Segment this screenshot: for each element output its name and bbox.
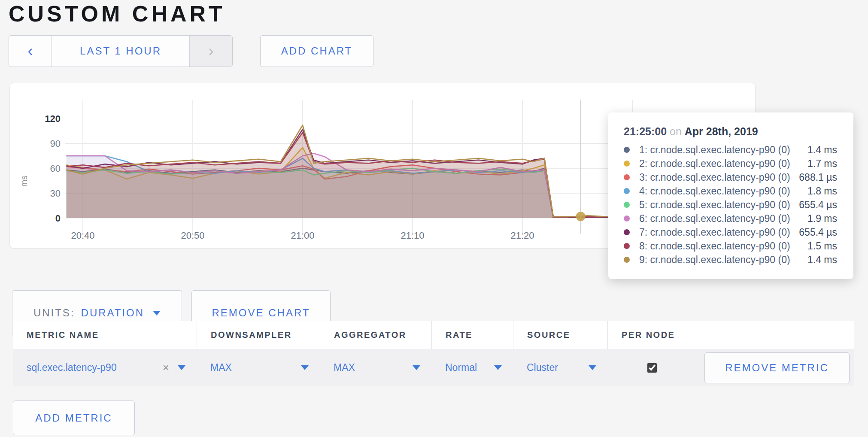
y-tick-label: 90 (50, 138, 61, 149)
chevron-down-icon (153, 311, 161, 316)
tooltip-connector: on (670, 125, 685, 137)
metric-name-controls: × (163, 361, 185, 374)
page-title: CUSTOM CHART (9, 1, 225, 27)
col-header-downsampler: DOWNSAMPLER (197, 321, 320, 349)
clear-metric-icon[interactable]: × (163, 361, 169, 374)
x-tick-label: 20:40 (71, 230, 94, 241)
tooltip-series-row: 2: cr.node.sql.exec.latency-p90 (0)1.7 m… (624, 157, 837, 170)
y-tick-label: 0 (55, 213, 61, 224)
series-color-dot (624, 174, 630, 180)
aggregator-select[interactable]: MAX (320, 362, 431, 373)
series-label: 8: cr.node.sql.exec.latency-p90 (0) (639, 240, 807, 252)
tooltip-title: 21:25:00 on Apr 28th, 2019 (624, 125, 837, 138)
col-header-rate: RATE (431, 321, 513, 349)
aggregator-value: MAX (334, 362, 355, 373)
per-node-checkbox[interactable] (647, 363, 657, 373)
hover-point (576, 212, 586, 221)
tooltip-series-row: 6: cr.node.sql.exec.latency-p90 (0)1.9 m… (624, 212, 837, 225)
series-value: 1.8 ms (807, 185, 837, 197)
metric-table-row: sql.exec.latency-p90 × MAX MAX Normal Cl… (13, 349, 854, 386)
metric-name-dropdown[interactable]: sql.exec.latency-p90 (27, 362, 163, 373)
x-tick-label: 21:10 (401, 230, 424, 241)
col-header-aggregator: AGGREGATOR (320, 321, 431, 349)
chevron-down-icon (494, 365, 502, 370)
series-area-9 (67, 125, 665, 218)
series-color-dot (624, 215, 630, 222)
tooltip-series-row: 7: cr.node.sql.exec.latency-p90 (0)655.4… (624, 225, 837, 239)
time-window-current-button[interactable]: LAST 1 HOUR (52, 36, 189, 67)
series-value: 1.9 ms (807, 213, 837, 225)
series-label: 1: cr.node.sql.exec.latency-p90 (0) (639, 144, 807, 156)
chevron-down-icon[interactable] (178, 365, 185, 370)
series-color-dot (624, 188, 630, 194)
series-value: 688.1 µs (799, 172, 837, 183)
remove-metric-button[interactable]: REMOVE METRIC (704, 352, 850, 383)
series-label: 2: cr.node.sql.exec.latency-p90 (0) (639, 158, 807, 170)
tooltip-series-row: 9: cr.node.sql.exec.latency-p90 (0)1.4 m… (624, 253, 837, 267)
series-value: 1.7 ms (807, 158, 837, 170)
series-value: 1.5 ms (807, 240, 837, 252)
series-value: 1.4 ms (807, 144, 837, 156)
add-chart-button[interactable]: ADD CHART (260, 35, 373, 67)
tooltip-series-row: 8: cr.node.sql.exec.latency-p90 (0)1.5 m… (624, 239, 837, 253)
series-value: 655.4 µs (799, 227, 837, 238)
col-header-per-node: PER NODE (607, 321, 697, 349)
custom-chart-page: CUSTOM CHART ‹ LAST 1 HOUR › ADD CHART 0… (0, 0, 868, 437)
metrics-table-header: METRIC NAME DOWNSAMPLER AGGREGATOR RATE … (13, 321, 854, 349)
chevron-down-icon (413, 365, 420, 370)
col-header-source: SOURCE (513, 321, 607, 349)
chart-hover-tooltip: 21:25:00 on Apr 28th, 2019 1: cr.node.sq… (608, 112, 853, 279)
rate-value: Normal (445, 362, 477, 373)
col-header-metric-name: METRIC NAME (13, 321, 197, 349)
metric-name-cell: sql.exec.latency-p90 × (13, 361, 197, 374)
x-tick-label: 21:00 (291, 230, 314, 241)
time-window-prev-button[interactable]: ‹ (9, 36, 52, 67)
tooltip-time: 21:25:00 (624, 125, 667, 137)
time-window-selector: ‹ LAST 1 HOUR › (9, 35, 233, 67)
tooltip-series-list: 1: cr.node.sql.exec.latency-p90 (0)1.4 m… (624, 143, 837, 267)
units-label: UNITS: (33, 307, 75, 319)
downsampler-value: MAX (210, 362, 232, 373)
tooltip-series-row: 5: cr.node.sql.exec.latency-p90 (0)655.4… (624, 198, 837, 212)
y-tick-label: 120 (45, 113, 61, 124)
series-label: 7: cr.node.sql.exec.latency-p90 (0) (639, 227, 799, 238)
series-color-dot (624, 161, 630, 167)
rate-select[interactable]: Normal (431, 362, 513, 373)
series-label: 9: cr.node.sql.exec.latency-p90 (0) (639, 254, 807, 266)
col-header-actions (697, 321, 854, 349)
add-metric-button[interactable]: ADD METRIC (13, 401, 135, 435)
series-value: 1.4 ms (807, 254, 837, 266)
per-node-cell (607, 363, 697, 373)
chevron-right-icon: › (209, 43, 214, 59)
series-color-dot (624, 257, 630, 263)
tooltip-series-row: 3: cr.node.sql.exec.latency-p90 (0)688.1… (624, 170, 837, 184)
downsampler-select[interactable]: MAX (197, 362, 320, 373)
series-color-dot (624, 202, 630, 208)
source-select[interactable]: Cluster (513, 362, 607, 373)
actions-cell: REMOVE METRIC (697, 352, 854, 383)
time-window-next-button[interactable]: › (189, 36, 232, 67)
x-tick-label: 20:50 (181, 230, 204, 241)
source-value: Cluster (527, 362, 558, 373)
series-label: 6: cr.node.sql.exec.latency-p90 (0) (639, 213, 807, 225)
series-label: 4: cr.node.sql.exec.latency-p90 (0) (639, 185, 807, 197)
chevron-down-icon (589, 365, 596, 370)
series-label: 5: cr.node.sql.exec.latency-p90 (0) (639, 199, 799, 211)
chevron-down-icon (301, 365, 309, 370)
series-color-dot (624, 229, 630, 235)
tooltip-series-row: 1: cr.node.sql.exec.latency-p90 (0)1.4 m… (624, 143, 837, 157)
chevron-left-icon: ‹ (28, 43, 33, 59)
y-axis-unit-label: ms (19, 176, 29, 187)
tooltip-date: Apr 28th, 2019 (685, 125, 758, 137)
y-tick-label: 30 (50, 188, 61, 199)
x-tick-label: 21:20 (510, 230, 534, 241)
series-color-dot (624, 147, 630, 153)
series-color-dot (624, 243, 630, 249)
series-label: 3: cr.node.sql.exec.latency-p90 (0) (639, 172, 799, 183)
tooltip-series-row: 4: cr.node.sql.exec.latency-p90 (0)1.8 m… (624, 184, 837, 198)
units-value: DURATION (81, 307, 145, 319)
series-value: 655.4 µs (799, 199, 837, 211)
y-tick-label: 60 (50, 163, 61, 174)
